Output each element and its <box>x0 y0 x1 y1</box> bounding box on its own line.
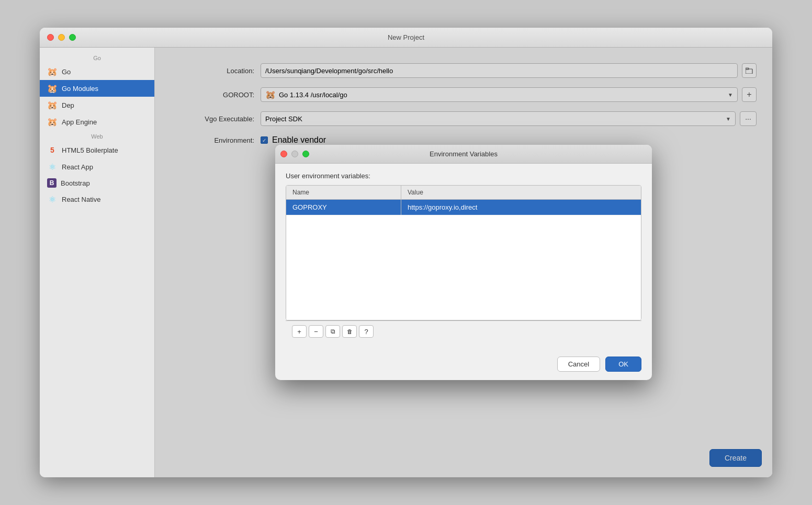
dep-icon: 🐹 <box>47 100 58 110</box>
env-table: Name Value GOPROXY https://goproxy.io,di… <box>286 185 641 320</box>
sidebar-section-go: Go <box>40 52 154 63</box>
sidebar-item-react-app-label: React App <box>62 163 93 171</box>
main-window: New Project Go 🐹 Go 🐹 Go Modules 🐹 Dep 🐹… <box>40 28 772 477</box>
sidebar-item-html5[interactable]: 5 HTML5 Boilerplate <box>40 142 154 158</box>
col-name-header: Name <box>286 186 401 199</box>
ok-button[interactable]: OK <box>605 357 641 372</box>
add-env-button[interactable]: + <box>292 325 307 338</box>
paste-env-button[interactable]: 🗑 <box>342 325 357 338</box>
window-title: New Project <box>388 33 424 41</box>
sidebar: Go 🐹 Go 🐹 Go Modules 🐹 Dep 🐹 App Engine … <box>40 48 155 477</box>
paste-icon: 🗑 <box>347 328 353 335</box>
sidebar-item-react-app[interactable]: ⚛ React App <box>40 158 154 175</box>
dialog-maximize-button[interactable] <box>302 151 309 157</box>
dialog-close-button[interactable] <box>280 151 287 157</box>
traffic-lights <box>47 34 76 41</box>
copy-icon: ⧉ <box>331 328 335 335</box>
sidebar-item-app-engine-label: App Engine <box>62 118 97 126</box>
env-table-header: Name Value <box>286 186 641 200</box>
col-value-header: Value <box>401 186 430 199</box>
dialog-body: User environment variables: Name Value G… <box>275 164 652 350</box>
main-content: Location: GOROOT: <box>155 48 772 477</box>
help-icon: ? <box>364 328 368 336</box>
maximize-button[interactable] <box>69 34 76 41</box>
add-icon: + <box>297 328 301 336</box>
sidebar-item-html5-label: HTML5 Boilerplate <box>62 146 118 154</box>
title-bar: New Project <box>40 28 772 48</box>
help-env-button[interactable]: ? <box>359 325 374 338</box>
react-app-icon: ⚛ <box>47 162 58 172</box>
dialog-title-bar: Environment Variables <box>275 145 652 164</box>
app-engine-icon: 🐹 <box>47 117 58 127</box>
dialog-subtitle: User environment variables: <box>286 172 641 180</box>
dialog-minimize-button[interactable] <box>291 151 298 157</box>
sidebar-item-dep-label: Dep <box>62 101 74 109</box>
sidebar-item-go-modules-label: Go Modules <box>62 85 98 93</box>
sidebar-item-dep[interactable]: 🐹 Dep <box>40 97 154 113</box>
sidebar-item-go-label: Go <box>62 68 71 76</box>
sidebar-section-web: Web <box>40 130 154 142</box>
sidebar-item-go-modules[interactable]: 🐹 Go Modules <box>40 80 154 97</box>
go-modules-icon: 🐹 <box>47 83 58 94</box>
env-toolbar: + − ⧉ 🗑 ? <box>286 320 641 342</box>
sidebar-item-bootstrap[interactable]: B Bootstrap <box>40 175 154 191</box>
env-name-cell: GOPROXY <box>286 200 401 215</box>
sidebar-item-go[interactable]: 🐹 Go <box>40 63 154 80</box>
sidebar-item-react-native[interactable]: ⚛ React Native <box>40 191 154 208</box>
html5-icon: 5 <box>47 145 58 155</box>
env-table-empty-area <box>286 215 641 320</box>
dialog-buttons: Cancel OK <box>275 350 652 380</box>
sidebar-item-app-engine[interactable]: 🐹 App Engine <box>40 113 154 130</box>
sidebar-item-react-native-label: React Native <box>62 196 100 203</box>
bootstrap-icon: B <box>47 178 57 188</box>
remove-icon: − <box>314 328 318 336</box>
dialog-overlay: Environment Variables User environment v… <box>155 48 772 477</box>
react-native-icon: ⚛ <box>47 194 58 204</box>
window-body: Go 🐹 Go 🐹 Go Modules 🐹 Dep 🐹 App Engine … <box>40 48 772 477</box>
env-variables-dialog: Environment Variables User environment v… <box>275 145 652 380</box>
sidebar-item-bootstrap-label: Bootstrap <box>61 179 90 187</box>
copy-env-button[interactable]: ⧉ <box>325 325 340 338</box>
minimize-button[interactable] <box>58 34 65 41</box>
env-value-cell: https://goproxy.io,direct <box>401 200 483 215</box>
dialog-traffic-lights <box>280 151 309 157</box>
dialog-title: Environment Variables <box>430 150 498 158</box>
cancel-button[interactable]: Cancel <box>557 357 600 372</box>
table-row[interactable]: GOPROXY https://goproxy.io,direct <box>286 200 641 215</box>
go-icon: 🐹 <box>47 66 58 77</box>
remove-env-button[interactable]: − <box>309 325 323 338</box>
close-button[interactable] <box>47 34 54 41</box>
